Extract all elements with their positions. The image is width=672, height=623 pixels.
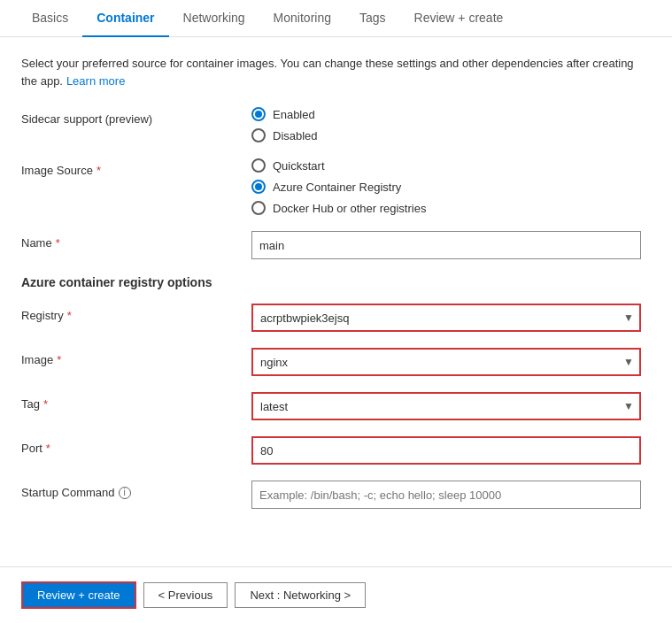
dockerhub-option[interactable]: Docker Hub or other registries xyxy=(251,201,651,215)
tag-select[interactable]: latest xyxy=(251,392,641,420)
startup-command-row: Startup Command i xyxy=(21,481,651,509)
nav-tabs: Basics Container Networking Monitoring T… xyxy=(0,0,672,37)
quickstart-option[interactable]: Quickstart xyxy=(251,158,651,173)
sidecar-support-row: Sidecar support (preview) Enabled Disabl… xyxy=(21,107,651,142)
image-source-options: Quickstart Azure Container Registry Dock… xyxy=(251,158,651,215)
sidecar-label: Sidecar support (preview) xyxy=(21,107,251,126)
acr-option[interactable]: Azure Container Registry xyxy=(251,180,651,194)
quickstart-radio[interactable] xyxy=(251,158,266,173)
tag-row: Tag * latest ▼ xyxy=(21,392,651,420)
port-input[interactable] xyxy=(251,436,641,465)
dockerhub-label: Docker Hub or other registries xyxy=(273,202,426,215)
image-select[interactable]: nginx xyxy=(251,348,641,376)
image-source-radio-group: Quickstart Azure Container Registry Dock… xyxy=(251,158,651,215)
name-control xyxy=(251,231,651,259)
sidecar-options: Enabled Disabled xyxy=(251,107,651,142)
startup-command-label: Startup Command i xyxy=(21,481,251,499)
dockerhub-radio[interactable] xyxy=(251,201,266,215)
learn-more-link[interactable]: Learn more xyxy=(66,74,125,88)
image-source-required: * xyxy=(97,164,101,177)
registry-select[interactable]: acrptbwpiek3ejsq xyxy=(251,304,641,332)
review-create-button[interactable]: Review + create xyxy=(21,581,136,609)
image-row: Image * nginx ▼ xyxy=(21,348,651,376)
image-required: * xyxy=(57,353,61,366)
tab-monitoring[interactable]: Monitoring xyxy=(259,0,345,37)
sidecar-enabled-radio[interactable] xyxy=(251,107,266,121)
startup-command-input[interactable] xyxy=(251,481,641,509)
image-source-row: Image Source * Quickstart Azure Containe… xyxy=(21,158,651,215)
image-label: Image * xyxy=(21,348,251,366)
quickstart-label: Quickstart xyxy=(273,159,325,173)
tag-dropdown-wrapper: latest ▼ xyxy=(251,392,641,420)
tab-tags[interactable]: Tags xyxy=(345,0,400,37)
name-required: * xyxy=(56,236,60,250)
name-row: Name * xyxy=(21,231,651,259)
tab-container[interactable]: Container xyxy=(82,0,168,37)
main-content: Select your preferred source for contain… xyxy=(0,37,672,566)
image-dropdown-wrapper: nginx ▼ xyxy=(251,348,641,376)
acr-radio[interactable] xyxy=(251,180,266,194)
sidecar-enabled-option[interactable]: Enabled xyxy=(251,107,651,121)
registry-dropdown-wrapper: acrptbwpiek3ejsq ▼ xyxy=(251,304,641,332)
name-input[interactable] xyxy=(251,231,641,259)
registry-required: * xyxy=(67,309,72,322)
startup-command-info-icon[interactable]: i xyxy=(119,487,131,499)
registry-label: Registry * xyxy=(21,304,251,322)
tag-control: latest ▼ xyxy=(251,392,651,420)
tab-review-create[interactable]: Review + create xyxy=(400,0,518,37)
image-source-label: Image Source * xyxy=(21,158,251,177)
sidecar-disabled-radio[interactable] xyxy=(251,128,266,142)
sidecar-enabled-label: Enabled xyxy=(273,108,315,121)
sidecar-radio-group: Enabled Disabled xyxy=(251,107,651,142)
acr-label: Azure Container Registry xyxy=(273,181,401,194)
tag-label: Tag * xyxy=(21,392,251,411)
page-container: Basics Container Networking Monitoring T… xyxy=(0,0,672,623)
registry-row: Registry * acrptbwpiek3ejsq ▼ xyxy=(21,304,651,332)
port-required: * xyxy=(46,442,50,455)
tab-networking[interactable]: Networking xyxy=(169,0,259,37)
previous-button[interactable]: < Previous xyxy=(143,582,228,608)
footer: Review + create < Previous Next : Networ… xyxy=(0,566,672,623)
registry-control: acrptbwpiek3ejsq ▼ xyxy=(251,304,651,332)
port-label: Port * xyxy=(21,436,251,455)
tab-basics[interactable]: Basics xyxy=(18,0,82,37)
description-block: Select your preferred source for contain… xyxy=(21,55,651,89)
acr-section-heading: Azure container registry options xyxy=(21,275,651,289)
sidecar-disabled-option[interactable]: Disabled xyxy=(251,128,651,142)
startup-command-control xyxy=(251,481,651,509)
tag-required: * xyxy=(43,397,48,411)
port-control xyxy=(251,436,651,465)
next-button[interactable]: Next : Networking > xyxy=(235,582,366,608)
port-row: Port * xyxy=(21,436,651,465)
sidecar-disabled-label: Disabled xyxy=(273,129,318,142)
name-label: Name * xyxy=(21,231,251,250)
image-control: nginx ▼ xyxy=(251,348,651,376)
